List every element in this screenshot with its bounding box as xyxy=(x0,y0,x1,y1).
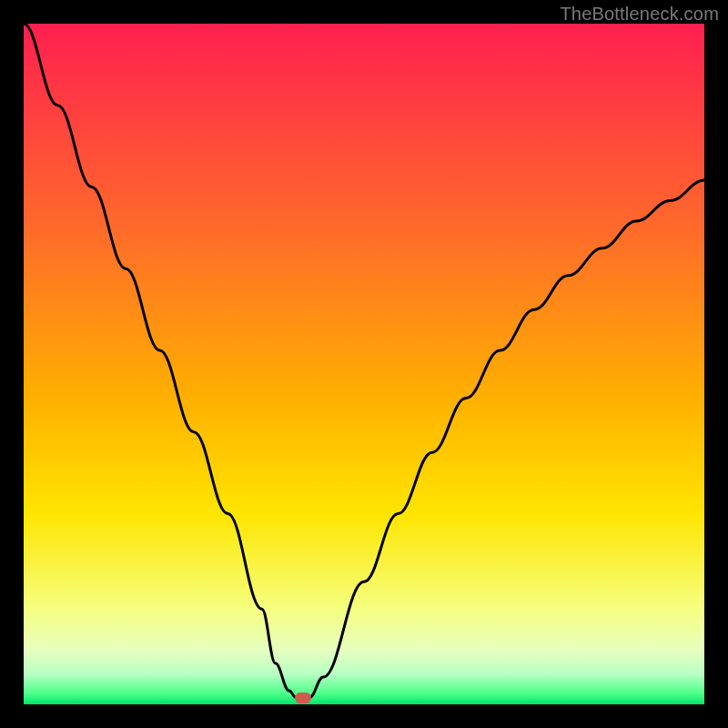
curve-layer xyxy=(24,24,704,704)
bottleneck-curve xyxy=(24,24,704,698)
watermark-text: TheBottleneck.com xyxy=(560,4,719,25)
plot-area xyxy=(24,24,704,704)
chart-frame: TheBottleneck.com xyxy=(0,0,728,728)
